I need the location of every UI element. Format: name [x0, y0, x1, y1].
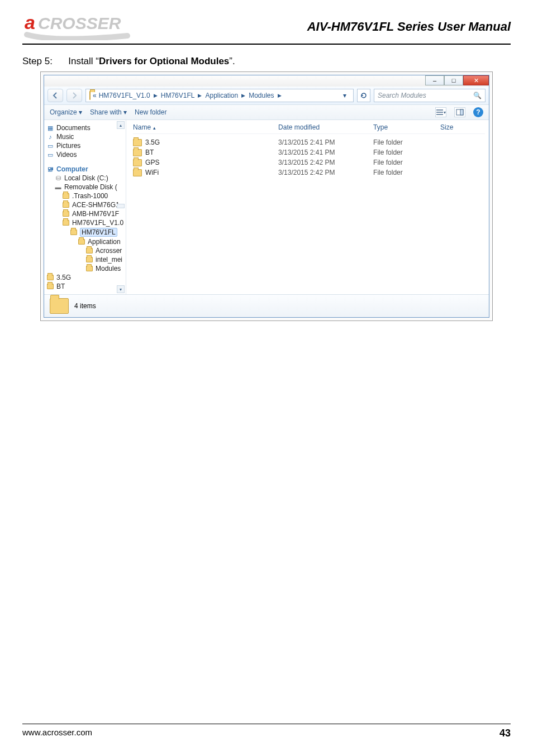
- tree-item[interactable]: Application: [46, 237, 123, 246]
- preview-pane-icon: [456, 109, 464, 116]
- tree-item-documents[interactable]: ▦Documents: [46, 123, 123, 132]
- tree-item-label: Modules: [96, 265, 121, 272]
- maximize-button[interactable]: □: [444, 75, 463, 85]
- tree-item[interactable]: AMB-HM76V1F: [46, 209, 123, 218]
- back-button[interactable]: [47, 89, 63, 102]
- chevron-right-icon: ▶: [154, 93, 158, 98]
- tree-item[interactable]: Acrosser: [46, 246, 123, 255]
- preview-pane-button[interactable]: [454, 107, 465, 117]
- address-dropdown-button[interactable]: ▾: [340, 92, 350, 99]
- screenshot-frame: – □ ✕ « HM76V1FL_V1.0▶ HM76V1FL▶ Applica…: [40, 71, 493, 321]
- footer-url: www.acrosser.com: [22, 728, 92, 739]
- folder-icon: [133, 139, 142, 146]
- refresh-button[interactable]: [357, 89, 370, 102]
- tree-item-label: 3.5G: [56, 274, 71, 281]
- tree-item-computer[interactable]: 🖳Computer: [46, 165, 123, 174]
- pictures-icon: ▭: [46, 142, 54, 150]
- disk-icon: ⛁: [54, 174, 62, 182]
- address-bar[interactable]: « HM76V1FL_V1.0▶ HM76V1FL▶ Application▶ …: [85, 89, 354, 102]
- tree-item-label: intel_mei: [96, 256, 122, 264]
- folder-icon: [62, 219, 70, 227]
- page-number: 43: [499, 728, 511, 739]
- search-input[interactable]: Search Modules 🔍: [374, 89, 486, 102]
- share-with-button[interactable]: Share with ▾: [90, 108, 127, 116]
- tree-item-label: Acrosser: [96, 247, 122, 255]
- tree-item-local-disk[interactable]: ⛁Local Disk (C:): [46, 174, 123, 183]
- tree-item-videos[interactable]: ▭Videos: [46, 150, 123, 159]
- chevron-right-icon: ▶: [241, 93, 245, 98]
- folder-icon: [62, 210, 70, 218]
- folder-icon: [85, 256, 93, 264]
- tree-item[interactable]: Modules: [46, 264, 123, 273]
- tree-item[interactable]: HM76V1FL_V1.0: [46, 218, 123, 227]
- chevron-right-icon: ▶: [198, 93, 202, 98]
- folder-icon: [133, 149, 142, 156]
- computer-icon: 🖳: [46, 165, 54, 173]
- new-folder-button[interactable]: New folder: [135, 108, 166, 116]
- tree-item-label: AMB-HM76V1F: [72, 210, 119, 218]
- folder-icon: [46, 274, 54, 281]
- file-row[interactable]: 3.5G3/13/2015 2:41 PMFile folder: [133, 137, 485, 147]
- folder-icon: [133, 159, 142, 166]
- videos-icon: ▭: [46, 151, 54, 159]
- back-arrow-icon: [51, 92, 59, 99]
- column-type[interactable]: Type: [373, 123, 440, 131]
- column-name[interactable]: Name▴: [133, 123, 278, 131]
- view-options-button[interactable]: ▾: [435, 107, 446, 117]
- status-text: 4 items: [74, 302, 96, 310]
- tree-item-music[interactable]: ♪Music: [46, 132, 123, 141]
- tree-item-label: Application: [88, 238, 121, 246]
- content-pane: Name▴ Date modified Type Size 3.5G3/13/2…: [126, 120, 492, 294]
- breadcrumb-1[interactable]: HM76V1FL: [161, 92, 195, 99]
- page-footer: www.acrosser.com 43: [22, 724, 511, 739]
- refresh-icon: [360, 92, 368, 99]
- view-list-icon: [436, 109, 444, 116]
- organize-button[interactable]: Organize ▾: [50, 108, 82, 116]
- tree-item[interactable]: ACE-SHM76G1: [46, 200, 123, 209]
- file-type: File folder: [373, 159, 440, 166]
- help-button[interactable]: ?: [473, 107, 483, 117]
- tree-item[interactable]: intel_mei: [46, 255, 123, 264]
- file-date: 3/13/2015 2:41 PM: [278, 138, 373, 146]
- step-instruction: Step 5: Install “Drivers for Optional Mo…: [22, 56, 511, 67]
- scroll-down-button[interactable]: ▾: [117, 285, 125, 293]
- svg-text:CROSSER: CROSSER: [38, 14, 121, 32]
- music-icon: ♪: [46, 133, 54, 141]
- tree-item-pictures[interactable]: ▭Pictures: [46, 141, 123, 150]
- tree-item[interactable]: 3.5G: [46, 273, 123, 282]
- forward-button[interactable]: [66, 89, 82, 102]
- minimize-button[interactable]: –: [425, 75, 444, 85]
- folder-icon: [62, 201, 70, 209]
- file-explorer-window: – □ ✕ « HM76V1FL_V1.0▶ HM76V1FL▶ Applica…: [44, 75, 489, 318]
- toolbar: Organize ▾ Share with ▾ New folder ▾ ?: [44, 105, 489, 120]
- tree-item[interactable]: HM76V1FL: [46, 227, 123, 237]
- folder-icon: [89, 92, 91, 99]
- tree-item[interactable]: BT: [46, 282, 123, 291]
- breadcrumb-0[interactable]: HM76V1FL_V1.0: [99, 92, 150, 99]
- close-button[interactable]: ✕: [463, 75, 489, 85]
- breadcrumb-2[interactable]: Application: [205, 92, 238, 99]
- file-date: 3/13/2015 2:42 PM: [278, 169, 373, 176]
- breadcrumb-3[interactable]: Modules: [249, 92, 274, 99]
- file-row[interactable]: GPS3/13/2015 2:42 PMFile folder: [133, 157, 485, 168]
- navigation-row: « HM76V1FL_V1.0▶ HM76V1FL▶ Application▶ …: [44, 87, 489, 105]
- tree-item-label: ACE-SHM76G1: [72, 201, 120, 209]
- folder-icon: [62, 192, 70, 200]
- tree-item-removable-disk[interactable]: ▬Removable Disk (: [46, 183, 123, 192]
- scroll-handle[interactable]: [117, 204, 125, 208]
- tree-item-label: .Trash-1000: [72, 192, 108, 200]
- tree-item-label: HM76V1FL: [80, 228, 117, 237]
- file-row[interactable]: WiFi3/13/2015 2:42 PMFile folder: [133, 168, 485, 178]
- svg-text:a: a: [25, 12, 35, 33]
- file-size: [440, 149, 485, 156]
- tree-item[interactable]: .Trash-1000: [46, 192, 123, 200]
- file-row[interactable]: BT3/13/2015 2:41 PMFile folder: [133, 147, 485, 157]
- acrosser-logo: a CROSSER: [22, 10, 151, 40]
- chevron-right-icon: ▶: [278, 93, 282, 98]
- file-date: 3/13/2015 2:41 PM: [278, 149, 373, 156]
- column-size[interactable]: Size: [440, 123, 485, 131]
- file-size: [440, 138, 485, 146]
- file-date: 3/13/2015 2:42 PM: [278, 159, 373, 166]
- scroll-up-button[interactable]: ▴: [117, 121, 125, 129]
- column-date[interactable]: Date modified: [278, 123, 373, 131]
